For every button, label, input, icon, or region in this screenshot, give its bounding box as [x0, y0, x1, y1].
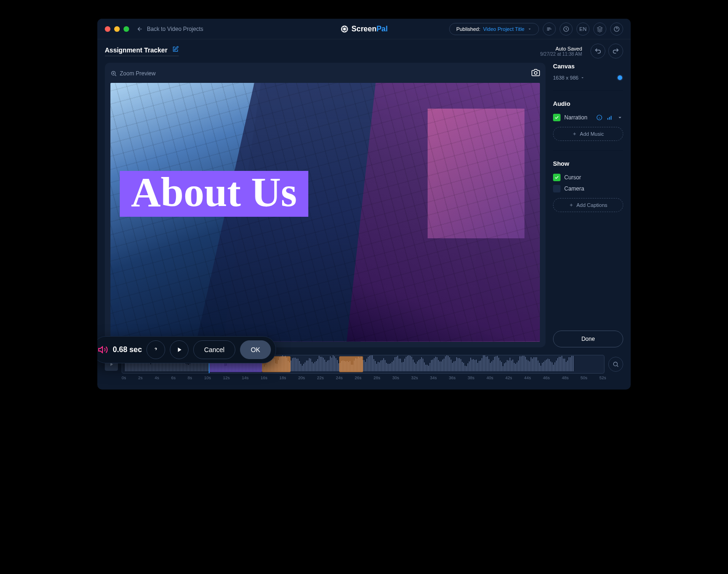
duration-value: 0.68 sec	[113, 346, 142, 354]
divider	[553, 90, 623, 91]
timeline-clip[interactable]	[339, 356, 364, 372]
back-button[interactable]: Back to Video Projects	[137, 26, 204, 32]
time-tick: 10s	[204, 375, 211, 380]
narration-checkbox[interactable]	[553, 114, 561, 121]
cancel-label: Cancel	[204, 346, 225, 353]
layers-icon	[597, 26, 603, 32]
project-title-text: Assignment Tracker	[105, 46, 167, 54]
minimize-window-button[interactable]	[114, 26, 120, 32]
time-tick: 20s	[298, 375, 305, 380]
bars-icon[interactable]	[606, 114, 613, 121]
time-tick: 34s	[430, 375, 437, 380]
edit-toolbar: 0.68 sec Cancel OK	[97, 336, 276, 363]
audio-section: Audio Narration Add Music	[553, 100, 623, 141]
canvas-size-value: 1638 x 986	[553, 75, 578, 81]
sound-indicator-icon	[98, 345, 108, 355]
add-music-button[interactable]: Add Music	[553, 127, 623, 141]
svg-point-0	[343, 28, 346, 30]
info-icon[interactable]	[596, 114, 603, 121]
ok-button[interactable]: OK	[240, 340, 271, 359]
toolbar-play-button[interactable]	[170, 340, 189, 359]
layers-button[interactable]	[593, 22, 606, 36]
preview-panel: Zoom Preview About Us	[105, 63, 546, 347]
time-tick: 4s	[154, 375, 159, 380]
audio-title: Audio	[553, 100, 623, 107]
timeline-area: 0.68 sec Cancel OK	[97, 355, 631, 390]
narration-row: Narration	[553, 112, 623, 123]
cursor-checkbox[interactable]	[553, 174, 561, 181]
toolbar-help-button[interactable]	[146, 340, 165, 359]
svg-point-8	[613, 362, 617, 366]
list-icon	[546, 26, 553, 32]
camera-icon	[531, 68, 540, 77]
time-tick: 44s	[524, 375, 531, 380]
time-tick: 6s	[171, 375, 176, 380]
svg-rect-7	[611, 116, 612, 120]
publish-title: Video Project Title	[483, 26, 524, 32]
snapshot-button[interactable]	[531, 68, 540, 78]
timeline-zoom-button[interactable]	[608, 357, 623, 372]
preview-toolbar: Zoom Preview	[110, 68, 540, 78]
maximize-window-button[interactable]	[124, 26, 129, 32]
canvas-section: Canvas 1638 x 986	[553, 63, 623, 81]
time-tick: 2s	[138, 375, 143, 380]
time-tick: 16s	[261, 375, 268, 380]
help-button[interactable]	[610, 22, 623, 36]
window-controls	[105, 26, 129, 32]
project-title-field[interactable]: Assignment Tracker	[105, 46, 179, 56]
cursor-row: Cursor	[553, 172, 623, 183]
show-title: Show	[553, 160, 623, 167]
arrow-left-icon	[137, 26, 143, 32]
undo-icon	[594, 47, 602, 55]
undo-button[interactable]	[590, 44, 605, 59]
done-button[interactable]: Done	[553, 331, 623, 347]
question-icon	[152, 346, 160, 353]
language-label: EN	[579, 26, 586, 32]
time-tick: 38s	[467, 375, 474, 380]
back-label: Back to Video Projects	[147, 26, 204, 32]
canvas-size-dropdown[interactable]: 1638 x 986	[553, 75, 585, 81]
add-captions-button[interactable]: Add Captions	[553, 198, 623, 212]
svg-rect-5	[607, 118, 608, 120]
time-tick: 52s	[599, 375, 606, 380]
time-tick: 50s	[581, 375, 588, 380]
time-tick: 48s	[562, 375, 569, 380]
redo-button[interactable]	[608, 44, 623, 59]
close-window-button[interactable]	[105, 26, 110, 32]
camera-checkbox[interactable]	[553, 185, 561, 192]
edit-icon	[172, 46, 179, 52]
overlay-text-content: About Us	[131, 169, 297, 215]
time-tick: 46s	[543, 375, 550, 380]
zoom-preview-button[interactable]: Zoom Preview	[110, 70, 156, 77]
time-ruler: 0s2s4s6s8s10s12s14s16s18s20s22s24s26s28s…	[105, 374, 623, 380]
canvas-color-picker[interactable]	[617, 74, 623, 81]
time-tick: 32s	[411, 375, 418, 380]
redo-icon	[612, 47, 619, 55]
cancel-button[interactable]: Cancel	[193, 340, 235, 359]
list-button[interactable]	[543, 22, 556, 36]
add-captions-label: Add Captions	[576, 202, 607, 208]
time-tick: 42s	[505, 375, 512, 380]
titlebar: Back to Video Projects ScreenPal Publish…	[97, 19, 631, 39]
publish-dropdown[interactable]: Published: Video Project Title	[449, 23, 539, 35]
main-area: Zoom Preview About Us Can	[97, 63, 631, 355]
camera-label: Camera	[564, 185, 584, 192]
text-overlay[interactable]: About Us	[120, 171, 308, 217]
svg-rect-6	[609, 117, 610, 120]
time-tick: 24s	[336, 375, 343, 380]
properties-sidebar: Canvas 1638 x 986 Audio Narration	[553, 63, 623, 347]
autosave-status: Auto Saved 9/27/22 at 11:38 AM	[540, 46, 582, 57]
show-section: Show Cursor Camera Add Captions	[553, 160, 623, 212]
ok-label: OK	[251, 346, 260, 353]
time-tick: 0s	[122, 375, 126, 380]
svg-point-3	[534, 72, 537, 74]
help-icon	[613, 26, 620, 32]
history-button[interactable]	[560, 22, 573, 36]
history-icon	[563, 26, 569, 32]
video-canvas[interactable]: About Us	[110, 83, 540, 342]
time-tick: 40s	[487, 375, 494, 380]
chevron-down-icon[interactable]	[617, 114, 623, 121]
brand-logo: ScreenPal	[340, 25, 387, 33]
language-button[interactable]: EN	[576, 22, 590, 36]
edit-title-button[interactable]	[172, 46, 179, 54]
